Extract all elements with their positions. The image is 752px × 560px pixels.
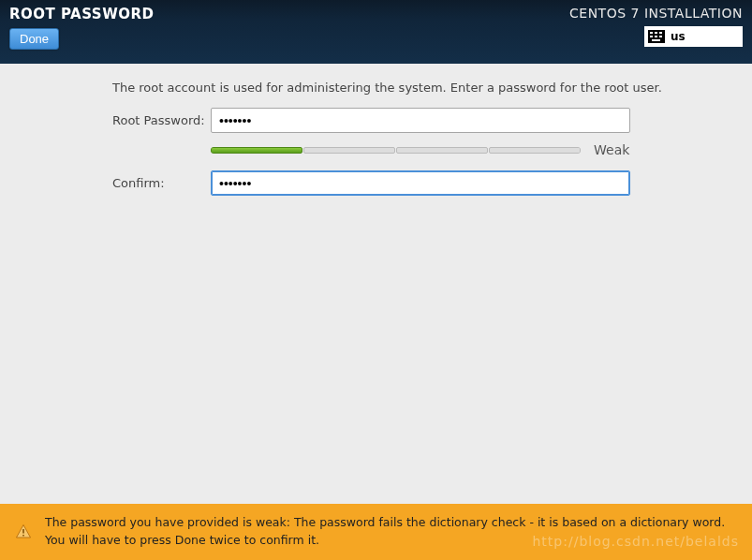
keyboard-layout-text: us	[671, 30, 686, 43]
root-password-label: Root Password:	[112, 113, 211, 127]
confirm-password-input[interactable]	[211, 170, 630, 196]
root-password-input[interactable]	[211, 108, 630, 133]
strength-segment	[396, 147, 488, 154]
page-title: ROOT PASSWORD	[9, 6, 154, 22]
strength-segment	[489, 147, 581, 154]
strength-row: Weak	[211, 142, 696, 157]
header-left: ROOT PASSWORD Done	[9, 6, 154, 58]
strength-label: Weak	[594, 142, 629, 157]
confirm-label: Confirm:	[112, 176, 211, 190]
warning-text: The password you have provided is weak: …	[45, 514, 737, 550]
svg-rect-1	[22, 535, 24, 537]
description-text: The root account is used for administeri…	[112, 81, 696, 95]
install-title: CENTOS 7 INSTALLATION	[569, 6, 743, 21]
done-button[interactable]: Done	[9, 28, 59, 50]
confirm-row: Confirm:	[112, 170, 696, 196]
strength-segment	[211, 147, 302, 154]
warning-icon	[15, 523, 32, 540]
keyboard-layout-selector[interactable]: us	[644, 26, 743, 47]
svg-rect-0	[22, 529, 24, 534]
keyboard-icon	[648, 30, 665, 43]
root-password-row: Root Password:	[112, 108, 696, 133]
content-area: The root account is used for administeri…	[0, 64, 752, 196]
warning-bar: The password you have provided is weak: …	[0, 504, 752, 560]
header-bar: ROOT PASSWORD Done CENTOS 7 INSTALLATION…	[0, 0, 752, 64]
header-right: CENTOS 7 INSTALLATION us	[569, 6, 743, 58]
password-strength-meter	[211, 147, 581, 154]
strength-segment	[303, 147, 395, 154]
